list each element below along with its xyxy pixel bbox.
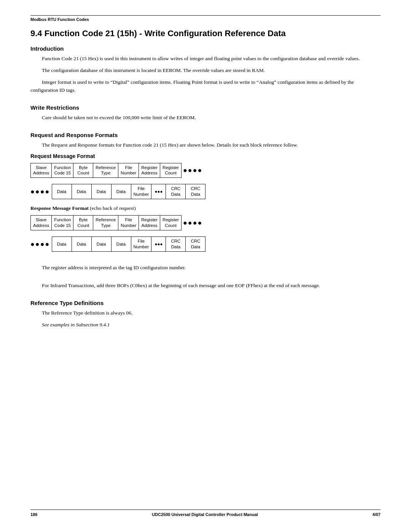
top-rule (30, 15, 381, 16)
req-r1-regaddr: RegisterAddress (139, 163, 160, 178)
req-r1-func: FunctionCode 15 (52, 163, 73, 178)
resp-r2-d3: Data (91, 237, 111, 252)
response-label-bold: Response Message Format (30, 205, 89, 211)
response-label: Response Message Format (echo back of re… (30, 205, 381, 211)
response-row2: ●●●● Data Data Data Data FileNumber ●●● … (30, 236, 381, 252)
infrared-note-p1: For Infrared Transactions, add three BOF… (30, 282, 381, 290)
resp-r1-reftype: ReferenceType (93, 216, 118, 230)
footer-center: UDC2500 Universal Digital Controller Pro… (152, 512, 258, 517)
req-r2-crc2: CRCData (186, 184, 206, 199)
resp-row2-dots-left: ●●●● (30, 236, 52, 252)
footer-right: 4/07 (373, 512, 381, 517)
request-table-top: SlaveAddress FunctionCode 15 ByteCount R… (30, 163, 182, 178)
resp-r1-file: FileNumber (118, 216, 139, 230)
resp-row1-dots-right: ●●●● (182, 215, 203, 230)
resp-r2-d1: Data (52, 237, 72, 252)
req-r1-byte: ByteCount (73, 163, 93, 178)
req-r1-reftype: ReferenceType (93, 163, 118, 178)
req-r2-file: FileNumber (131, 184, 151, 199)
resp-r2-dots: ●●● (151, 237, 166, 252)
req-resp-heading: Request and Response Formats (30, 132, 381, 138)
req-r2-d4: Data (111, 184, 131, 199)
resp-r2-file: FileNumber (131, 237, 151, 252)
req-r1-regcount: RegisterCount (160, 163, 182, 178)
resp-r1-regcount: RegisterCount (160, 216, 182, 230)
header-bar: Modbus RTU Function Codes (30, 17, 381, 22)
req-r1-slave: SlaveAddress (31, 163, 52, 178)
response-table-bottom: Data Data Data Data FileNumber ●●● CRCDa… (52, 236, 206, 252)
ref-type-def-p2: See examples in Subsection 9.4.1 (30, 321, 381, 329)
resp-r2-crc2: CRCData (186, 237, 206, 252)
req-row2-dots-left: ●●●● (30, 184, 52, 199)
resp-r1-func: FunctionCode 15 (52, 216, 73, 230)
response-table-top: SlaveAddress FunctionCode 15 ByteCount R… (30, 215, 182, 230)
req-row1-dots-right: ●●●● (182, 163, 203, 178)
page: Modbus RTU Function Codes 9.4 Function C… (0, 0, 411, 532)
req-r2-crc1: CRCData (166, 184, 186, 199)
response-label-rest: (echo back of request) (89, 205, 136, 211)
req-r1-file: FileNumber (118, 163, 139, 178)
ref-type-def-heading: Reference Type Definitions (30, 300, 381, 306)
ref-type-def-p1: The Reference Type definition is always … (30, 309, 381, 317)
req-r2-d2: Data (72, 184, 91, 199)
infrared-note-block: For Infrared Transactions, add three BOF… (30, 282, 381, 294)
header-left: Modbus RTU Function Codes (30, 17, 89, 22)
resp-r2-d4: Data (111, 237, 131, 252)
resp-r1-byte: ByteCount (73, 216, 93, 230)
request-row2: ●●●● Data Data Data Data FileNumber ●●● … (30, 184, 381, 199)
req-r2-dots: ●●● (151, 184, 166, 199)
resp-r2-crc1: CRCData (166, 237, 186, 252)
req-resp-block: Request and Response Formats The Request… (30, 132, 381, 258)
intro-p3: Integer format is used to write to “Digi… (30, 78, 381, 94)
introduction-block: Introduction Function Code 21 (15 Hex) i… (30, 45, 381, 98)
resp-r2-d2: Data (72, 237, 91, 252)
introduction-heading: Introduction (30, 45, 381, 52)
req-resp-p1: The Request and Response formats for Fun… (30, 141, 381, 149)
intro-p2: The configuration database of this instr… (30, 67, 381, 75)
req-r2-d1: Data (52, 184, 72, 199)
request-table-bottom: Data Data Data Data FileNumber ●●● CRCDa… (52, 184, 206, 199)
section-title: 9.4 Function Code 21 (15h) - Write Confi… (30, 29, 381, 38)
request-table-row2-wrap: ●●●● Data Data Data Data FileNumber ●●● … (30, 184, 381, 199)
response-row1: SlaveAddress FunctionCode 15 ByteCount R… (30, 215, 381, 230)
response-table-row2-wrap: ●●●● Data Data Data Data FileNumber ●●● … (30, 236, 381, 252)
ref-type-def-block: Reference Type Definitions The Reference… (30, 300, 381, 333)
write-restrictions-p1: Care should be taken not to exceed the 1… (30, 114, 381, 122)
req-r2-d3: Data (91, 184, 111, 199)
resp-r1-slave: SlaveAddress (31, 216, 52, 230)
write-restrictions-block: Write Restrictions Care should be taken … (30, 104, 381, 126)
resp-r1-regaddr: RegisterAddress (139, 216, 160, 230)
footer-bar: 186 UDC2500 Universal Digital Controller… (30, 512, 381, 517)
request-row1: SlaveAddress FunctionCode 15 ByteCount R… (30, 163, 381, 178)
request-format-heading: Request Message Format (30, 153, 381, 159)
write-restrictions-heading: Write Restrictions (30, 104, 381, 111)
response-table-row1-wrap: SlaveAddress FunctionCode 15 ByteCount R… (30, 215, 381, 230)
footer-page: 186 (30, 512, 37, 517)
intro-p1: Function Code 21 (15 Hex) is used in thi… (30, 55, 381, 63)
request-table-row1-wrap: SlaveAddress FunctionCode 15 ByteCount R… (30, 163, 381, 178)
register-note-p1: The register address is interpreted as t… (30, 264, 381, 272)
bottom-rule (30, 510, 381, 512)
register-note-block: The register address is interpreted as t… (30, 264, 381, 276)
